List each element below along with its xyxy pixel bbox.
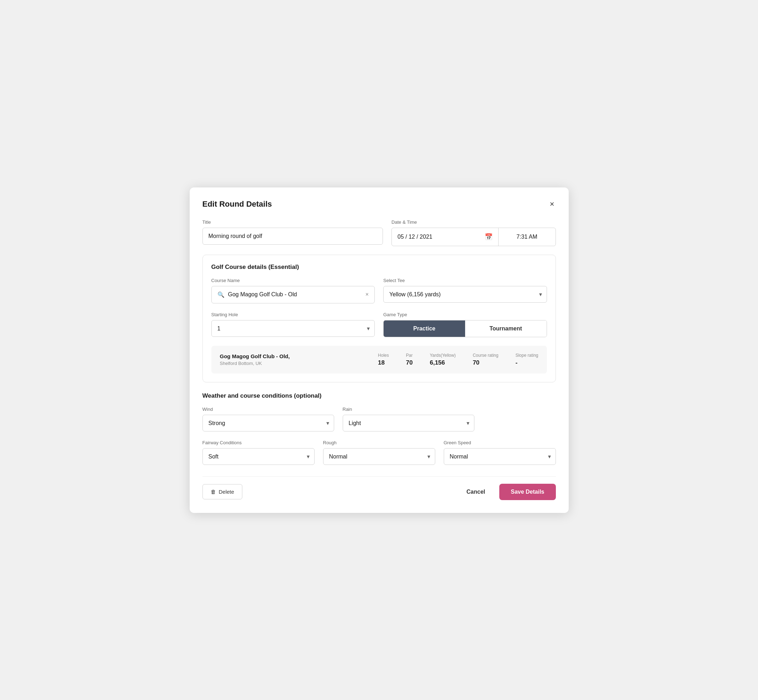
starting-hole-label: Starting Hole: [211, 312, 375, 317]
par-label: Par: [406, 353, 413, 358]
hole-gametype-row: Starting Hole 1 10 Game Type Practice To…: [211, 312, 547, 337]
game-type-toggle: Practice Tournament: [383, 320, 547, 337]
title-datetime-row: Title Date & Time 05 / 12 / 2021 📅 7:31 …: [202, 219, 556, 246]
slope-rating-value: -: [515, 359, 517, 366]
title-input[interactable]: [202, 228, 383, 245]
rain-select-wrapper: Light None Moderate Heavy: [343, 415, 475, 431]
course-name-group: Course Name 🔍 ×: [211, 278, 375, 303]
green-speed-label: Green Speed: [444, 440, 556, 445]
course-rating-value: 70: [473, 359, 479, 366]
par-value: 70: [406, 359, 413, 366]
green-speed-select[interactable]: Normal Slow Fast Very Fast: [444, 448, 556, 465]
course-search-wrapper: 🔍 ×: [211, 286, 375, 303]
rain-label: Rain: [343, 406, 475, 412]
calendar-icon: 📅: [485, 233, 493, 241]
weather-section: Weather and course conditions (optional)…: [202, 392, 556, 465]
yards-label: Yards(Yellow): [430, 353, 456, 358]
holes-value: 18: [378, 359, 385, 366]
time-field[interactable]: 7:31 AM: [498, 228, 556, 246]
delete-button[interactable]: 🗑 Delete: [202, 484, 242, 499]
hole-select[interactable]: 1 10: [211, 320, 375, 337]
tournament-button[interactable]: Tournament: [465, 320, 547, 337]
modal-title: Edit Round Details: [202, 200, 272, 209]
par-stat: Par 70: [406, 353, 413, 366]
holes-stat: Holes 18: [378, 353, 389, 366]
hole-select-wrapper: 1 10: [211, 320, 375, 337]
wind-group: Wind Strong Calm Light Moderate Very Str…: [202, 406, 334, 431]
starting-hole-group: Starting Hole 1 10: [211, 312, 375, 337]
wind-select[interactable]: Strong Calm Light Moderate Very Strong: [202, 415, 334, 431]
rough-select[interactable]: Normal Short Long Very Long: [323, 448, 435, 465]
rain-select[interactable]: Light None Moderate Heavy: [343, 415, 475, 431]
course-info-card: Gog Magog Golf Club - Old, Shelford Bott…: [211, 346, 547, 373]
game-type-label: Game Type: [383, 312, 547, 317]
course-section-title: Golf Course details (Essential): [211, 264, 547, 271]
delete-label: Delete: [219, 489, 234, 495]
course-info-name: Gog Magog Golf Club - Old, Shelford Bott…: [220, 353, 378, 366]
tee-select-wrapper: Yellow (6,156 yards): [383, 286, 547, 303]
rough-select-wrapper: Normal Short Long Very Long: [323, 448, 435, 465]
course-section: Golf Course details (Essential) Course N…: [202, 255, 556, 382]
save-button[interactable]: Save Details: [499, 484, 556, 500]
wind-rain-row: Wind Strong Calm Light Moderate Very Str…: [202, 406, 556, 431]
green-speed-select-wrapper: Normal Slow Fast Very Fast: [444, 448, 556, 465]
course-info-location: Shelford Bottom, UK: [220, 361, 378, 366]
practice-button[interactable]: Practice: [384, 320, 465, 337]
fairway-label: Fairway Conditions: [202, 440, 315, 445]
slope-rating-stat: Slope rating -: [515, 353, 538, 366]
wind-select-wrapper: Strong Calm Light Moderate Very Strong: [202, 415, 334, 431]
course-search-input[interactable]: [228, 291, 365, 298]
weather-section-title: Weather and course conditions (optional): [202, 392, 556, 400]
rain-group: Rain Light None Moderate Heavy: [343, 406, 475, 431]
datetime-label: Date & Time: [392, 219, 556, 225]
date-field[interactable]: 05 / 12 / 2021 📅: [392, 228, 498, 246]
search-icon: 🔍: [218, 291, 224, 298]
time-value: 7:31 AM: [516, 234, 537, 240]
course-tee-row: Course Name 🔍 × Select Tee Yellow (6,156…: [211, 278, 547, 303]
edit-round-modal: Edit Round Details × Title Date & Time 0…: [190, 188, 568, 513]
conditions-row: Fairway Conditions Soft Hard Firm Normal…: [202, 440, 556, 465]
title-group: Title: [202, 219, 383, 246]
yards-value: 6,156: [430, 359, 445, 366]
rough-label: Rough: [323, 440, 435, 445]
close-button[interactable]: ×: [548, 199, 556, 209]
course-search-clear-button[interactable]: ×: [365, 291, 369, 298]
course-info-course-name: Gog Magog Golf Club - Old,: [220, 353, 378, 359]
slope-rating-label: Slope rating: [515, 353, 538, 358]
fairway-group: Fairway Conditions Soft Hard Firm Normal…: [202, 440, 315, 465]
tee-select[interactable]: Yellow (6,156 yards): [383, 286, 547, 303]
fairway-select[interactable]: Soft Hard Firm Normal Wet: [202, 448, 315, 465]
footer: 🗑 Delete Cancel Save Details: [202, 476, 556, 500]
modal-header: Edit Round Details ×: [202, 199, 556, 209]
course-rating-label: Course rating: [473, 353, 498, 358]
title-label: Title: [202, 219, 383, 225]
datetime-group: Date & Time 05 / 12 / 2021 📅 7:31 AM: [392, 219, 556, 246]
green-speed-group: Green Speed Normal Slow Fast Very Fast: [444, 440, 556, 465]
course-name-label: Course Name: [211, 278, 375, 283]
game-type-group: Game Type Practice Tournament: [383, 312, 547, 337]
select-tee-label: Select Tee: [383, 278, 547, 283]
date-time-field: 05 / 12 / 2021 📅 7:31 AM: [392, 228, 556, 246]
course-stats: Holes 18 Par 70 Yards(Yellow) 6,156 Cour…: [378, 353, 538, 366]
rough-group: Rough Normal Short Long Very Long: [323, 440, 435, 465]
holes-label: Holes: [378, 353, 389, 358]
yards-stat: Yards(Yellow) 6,156: [430, 353, 456, 366]
wind-label: Wind: [202, 406, 334, 412]
footer-right: Cancel Save Details: [461, 484, 556, 500]
date-value: 05 / 12 / 2021: [398, 234, 432, 240]
cancel-button[interactable]: Cancel: [461, 484, 491, 499]
fairway-select-wrapper: Soft Hard Firm Normal Wet: [202, 448, 315, 465]
trash-icon: 🗑: [211, 489, 216, 495]
course-rating-stat: Course rating 70: [473, 353, 498, 366]
select-tee-group: Select Tee Yellow (6,156 yards): [383, 278, 547, 303]
